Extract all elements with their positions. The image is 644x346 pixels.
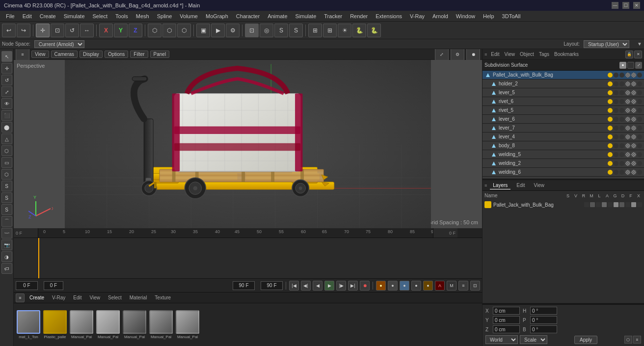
left-tool-move[interactable]: ✛	[1, 63, 12, 74]
dot-d3-1[interactable]	[637, 90, 642, 95]
coord-h-rot[interactable]	[530, 307, 557, 315]
dot-d3-8[interactable]	[637, 152, 642, 157]
dot-d2-6[interactable]	[619, 134, 624, 139]
go-to-end-button[interactable]: ▶|	[348, 281, 358, 291]
dot-d1-5[interactable]	[614, 126, 618, 131]
left-tool-sphere[interactable]: ⬤	[1, 122, 12, 133]
obj-row[interactable]: welding_2	[483, 159, 644, 168]
dot-d2-3[interactable]	[619, 108, 624, 113]
dot-d2-8[interactable]	[619, 152, 624, 157]
dot-c2-6[interactable]	[631, 134, 636, 139]
dot-d3-3[interactable]	[637, 108, 642, 113]
dot-d2-9[interactable]	[619, 161, 624, 166]
material-item-5[interactable]: Manual_Pal	[149, 310, 173, 339]
snap-grid[interactable]: ⊞	[323, 24, 337, 37]
mat-tab-material[interactable]: Material	[127, 294, 150, 301]
obj-row[interactable]: lever_4	[483, 133, 644, 141]
spline-tool[interactable]: S	[274, 24, 288, 37]
playback-options2[interactable]: ⊡	[470, 281, 480, 291]
layer-dot-1[interactable]	[584, 202, 589, 207]
menu-volume[interactable]: Volume	[176, 12, 202, 20]
keyframe-btn1[interactable]: ●	[376, 281, 386, 291]
dot-d3-5[interactable]	[637, 126, 642, 131]
playback-options[interactable]: ≡	[458, 281, 468, 291]
layer-dot-2[interactable]	[590, 202, 595, 207]
menu-mograph[interactable]: MoGraph	[202, 12, 232, 20]
root-dot-1[interactable]	[608, 73, 613, 78]
obj-expand-icon[interactable]: ⤢	[635, 62, 642, 69]
dot-c2-5[interactable]	[631, 126, 636, 131]
dot-c1-0[interactable]	[625, 81, 630, 86]
layout-select[interactable]: Startup (User)	[584, 40, 629, 48]
layers-tab-view[interactable]: View	[531, 182, 548, 189]
keyframe-btn3[interactable]: ●	[400, 281, 409, 291]
dot-y-5[interactable]	[608, 126, 613, 131]
dot-d1-0[interactable]	[614, 81, 618, 86]
obj-axis-y[interactable]: Y	[114, 24, 128, 37]
layer-dot-4[interactable]	[602, 202, 607, 207]
timeline-start-frame[interactable]	[44, 281, 63, 290]
vp-panel-menu[interactable]: Panel	[150, 51, 170, 58]
left-tool-bend[interactable]: ⌒	[1, 216, 12, 227]
dot-d1-4[interactable]	[614, 117, 618, 122]
motion-record-button[interactable]: M	[447, 281, 456, 291]
menu-3dtoall[interactable]: 3DToAll	[498, 12, 525, 20]
dot-d1-3[interactable]	[614, 108, 618, 113]
vp-display-menu[interactable]: Display	[80, 51, 103, 58]
dot-d3-4[interactable]	[637, 117, 642, 122]
coord-system-select[interactable]: World Object Camera	[485, 335, 518, 344]
coord-icon-1[interactable]: ⬡	[624, 336, 632, 344]
dot-c1-2[interactable]	[625, 99, 630, 104]
node-space-select[interactable]: Current (Arnold)	[34, 40, 84, 48]
obj-row[interactable]: lever_7	[483, 124, 644, 133]
material-thumb-4[interactable]	[123, 310, 146, 334]
dot-d2-2[interactable]	[619, 99, 624, 104]
dot-d2-10[interactable]	[619, 170, 624, 175]
menu-file[interactable]: File	[2, 12, 19, 20]
dot-d2-5[interactable]	[619, 126, 624, 131]
select-tool-button[interactable]: ⊡	[51, 24, 64, 37]
vp-expand[interactable]: ⤢	[435, 49, 449, 61]
maximize-button[interactable]: ☐	[622, 2, 629, 9]
obj-manager-bookmarks[interactable]: Bookmarks	[554, 52, 579, 57]
left-tool-select[interactable]: ↖	[1, 51, 12, 62]
keyframe-btn4[interactable]: ●	[411, 281, 421, 291]
mat-hamburger[interactable]: ≡	[16, 293, 25, 302]
timeline-end-frame[interactable]	[233, 281, 255, 290]
obj-row[interactable]: lever_6	[483, 115, 644, 124]
menu-simulate2[interactable]: Simulate	[292, 12, 321, 20]
dot-d2-7[interactable]	[619, 143, 624, 148]
layer-dot-10[interactable]	[637, 202, 642, 207]
dot-c1-9[interactable]	[625, 161, 630, 166]
left-tool-s3[interactable]: S	[1, 204, 12, 215]
mat-tab-view[interactable]: View	[86, 294, 103, 301]
edges-mode[interactable]: ⬡	[162, 24, 176, 37]
dot-c2-7[interactable]	[631, 143, 636, 148]
menu-window[interactable]: Window	[452, 12, 479, 20]
dot-y-8[interactable]	[608, 152, 613, 157]
obj-manager-icon[interactable]: ≡	[484, 52, 487, 57]
dot-c2-9[interactable]	[631, 161, 636, 166]
dot-d1-7[interactable]	[614, 143, 618, 148]
dot-y-3[interactable]	[608, 108, 613, 113]
left-tool-s1[interactable]: S	[1, 181, 12, 191]
dot-d1-9[interactable]	[614, 161, 618, 166]
vp-options2[interactable]: ⚙	[451, 49, 464, 61]
menu-mesh[interactable]: Mesh	[132, 12, 153, 20]
keyframe-btn5[interactable]: ●	[423, 281, 433, 291]
viewport[interactable]: Perspective Default Camera ✛ Grid Spacin…	[14, 60, 482, 228]
obj-green-icon[interactable]: ●	[619, 62, 626, 69]
vp-filter-menu[interactable]: Filter	[130, 51, 148, 58]
material-item-0[interactable]: mat_1_Ton	[17, 310, 40, 339]
menu-animate[interactable]: Animate	[264, 12, 291, 20]
material-thumb-5[interactable]	[149, 310, 173, 334]
dot-d1-10[interactable]	[614, 170, 618, 175]
left-tool-view[interactable]: 👁	[1, 98, 12, 109]
mat-tab-edit[interactable]: Edit	[70, 294, 84, 301]
polygon-mode[interactable]: ⬡	[177, 24, 191, 37]
layer-dot-3[interactable]	[596, 202, 601, 207]
dot-c1-10[interactable]	[625, 170, 630, 175]
render-settings[interactable]: ⚙	[226, 24, 240, 37]
undo-button[interactable]: ↩	[2, 24, 16, 37]
dot-c1-8[interactable]	[625, 152, 630, 157]
